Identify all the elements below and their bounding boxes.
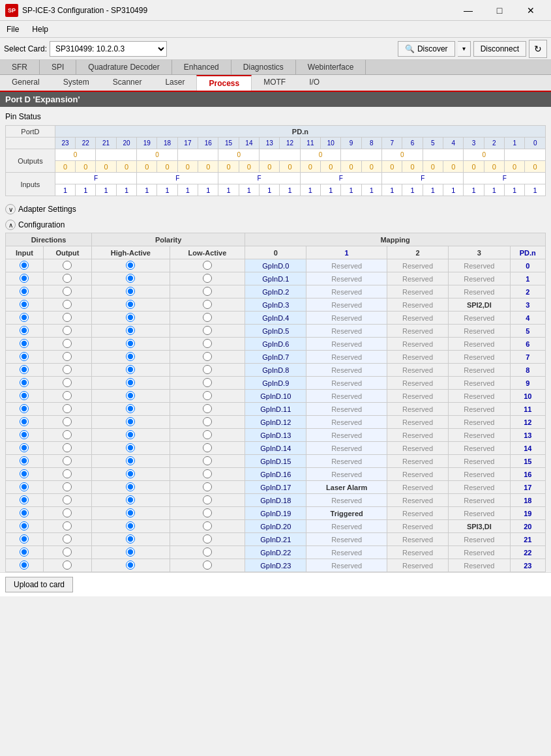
output-radio[interactable] <box>63 391 72 400</box>
pin-cell[interactable]: GpInD.14 <box>245 442 306 455</box>
pin-cell[interactable]: GpInD.20 <box>245 520 306 533</box>
output-radio-cell[interactable] <box>43 312 91 325</box>
high-active-radio-cell[interactable] <box>92 325 170 338</box>
pin-cell[interactable]: GpInD.8 <box>245 364 306 377</box>
high-active-radio[interactable] <box>126 456 135 465</box>
low-active-radio[interactable] <box>203 313 212 322</box>
high-active-radio[interactable] <box>126 313 135 322</box>
low-active-radio-cell[interactable] <box>170 298 245 312</box>
output-radio[interactable] <box>63 443 72 452</box>
maximize-button[interactable]: □ <box>484 3 514 18</box>
high-active-radio-cell[interactable] <box>92 390 170 403</box>
high-active-radio[interactable] <box>126 495 135 504</box>
output-radio[interactable] <box>63 378 72 387</box>
pin-cell[interactable]: GpInD.21 <box>245 533 306 546</box>
low-active-radio-cell[interactable] <box>170 390 245 403</box>
high-active-radio[interactable] <box>126 352 135 361</box>
output-radio-cell[interactable] <box>43 338 91 351</box>
input-radio[interactable] <box>20 365 29 374</box>
adapter-settings-toggle[interactable]: ∨ Adapter Settings <box>0 201 551 217</box>
low-active-radio[interactable] <box>203 482 212 491</box>
tab-laser[interactable]: Laser <box>153 75 196 91</box>
pin-cell[interactable]: GpInD.9 <box>245 377 306 390</box>
high-active-radio-cell[interactable] <box>92 338 170 351</box>
low-active-radio-cell[interactable] <box>170 364 245 377</box>
input-radio[interactable] <box>20 300 29 309</box>
low-active-radio[interactable] <box>203 274 212 283</box>
low-active-radio[interactable] <box>203 508 212 517</box>
high-active-radio[interactable] <box>126 391 135 400</box>
low-active-radio[interactable] <box>203 378 212 387</box>
scrollable-area[interactable]: Pin Status PortD PD.n 23 22 21 20 19 18 <box>0 107 551 756</box>
output-radio-cell[interactable] <box>43 494 91 507</box>
pin-cell[interactable]: GpInD.17 <box>245 481 306 494</box>
input-radio-cell[interactable] <box>6 507 44 520</box>
input-radio-cell[interactable] <box>6 377 44 390</box>
input-radio[interactable] <box>20 560 29 570</box>
input-radio-cell[interactable] <box>6 325 44 338</box>
high-active-radio[interactable] <box>126 560 135 570</box>
input-radio-cell[interactable] <box>6 351 44 364</box>
output-radio-cell[interactable] <box>43 533 91 546</box>
output-radio[interactable] <box>63 261 72 270</box>
menu-file[interactable]: File <box>0 23 25 35</box>
discover-button[interactable]: 🔍 Discover <box>398 41 455 57</box>
high-active-radio-cell[interactable] <box>92 507 170 520</box>
input-radio-cell[interactable] <box>6 559 44 572</box>
pin-cell[interactable]: GpInD.7 <box>245 351 306 364</box>
pin-cell[interactable]: GpInD.19 <box>245 507 306 520</box>
input-radio-cell[interactable] <box>6 455 44 468</box>
low-active-radio-cell[interactable] <box>170 520 245 533</box>
tab-general[interactable]: General <box>0 75 52 91</box>
input-radio-cell[interactable] <box>6 364 44 377</box>
tab-spi[interactable]: SPI <box>40 60 76 74</box>
high-active-radio[interactable] <box>126 417 135 426</box>
low-active-radio-cell[interactable] <box>170 259 245 272</box>
low-active-radio[interactable] <box>203 430 212 439</box>
input-radio[interactable] <box>20 352 29 361</box>
high-active-radio[interactable] <box>126 469 135 478</box>
low-active-radio-cell[interactable] <box>170 494 245 507</box>
low-active-radio-cell[interactable] <box>170 455 245 468</box>
input-radio[interactable] <box>20 469 29 478</box>
high-active-radio-cell[interactable] <box>92 546 170 559</box>
output-radio[interactable] <box>63 495 72 504</box>
pin-cell[interactable]: GpInD.15 <box>245 455 306 468</box>
minimize-button[interactable]: — <box>453 3 483 18</box>
output-radio[interactable] <box>63 339 72 348</box>
pin-cell[interactable]: GpInD.10 <box>245 390 306 403</box>
output-radio-cell[interactable] <box>43 559 91 572</box>
high-active-radio-cell[interactable] <box>92 455 170 468</box>
high-active-radio-cell[interactable] <box>92 351 170 364</box>
input-radio-cell[interactable] <box>6 338 44 351</box>
output-radio-cell[interactable] <box>43 351 91 364</box>
high-active-radio[interactable] <box>126 534 135 544</box>
high-active-radio-cell[interactable] <box>92 468 170 481</box>
input-radio-cell[interactable] <box>6 416 44 429</box>
high-active-radio-cell[interactable] <box>92 481 170 494</box>
low-active-radio-cell[interactable] <box>170 272 245 285</box>
tab-enhanced[interactable]: Enhanced <box>172 60 231 74</box>
tab-sfr[interactable]: SFR <box>0 60 40 74</box>
low-active-radio-cell[interactable] <box>170 338 245 351</box>
upload-button[interactable]: Upload to card <box>5 577 73 592</box>
tab-quadrature[interactable]: Quadrature Decoder <box>76 60 171 74</box>
low-active-radio[interactable] <box>203 300 212 309</box>
menu-help[interactable]: Help <box>25 23 55 35</box>
high-active-radio[interactable] <box>126 274 135 283</box>
high-active-radio-cell[interactable] <box>92 533 170 546</box>
high-active-radio-cell[interactable] <box>92 442 170 455</box>
low-active-radio[interactable] <box>203 365 212 374</box>
input-radio-cell[interactable] <box>6 481 44 494</box>
high-active-radio-cell[interactable] <box>92 377 170 390</box>
output-radio[interactable] <box>63 482 72 491</box>
input-radio-cell[interactable] <box>6 259 44 272</box>
high-active-radio[interactable] <box>126 521 135 531</box>
output-radio[interactable] <box>63 365 72 374</box>
low-active-radio-cell[interactable] <box>170 481 245 494</box>
input-radio-cell[interactable] <box>6 468 44 481</box>
input-radio[interactable] <box>20 456 29 465</box>
high-active-radio[interactable] <box>126 443 135 452</box>
high-active-radio-cell[interactable] <box>92 416 170 429</box>
pin-cell[interactable]: GpInD.0 <box>245 259 306 272</box>
